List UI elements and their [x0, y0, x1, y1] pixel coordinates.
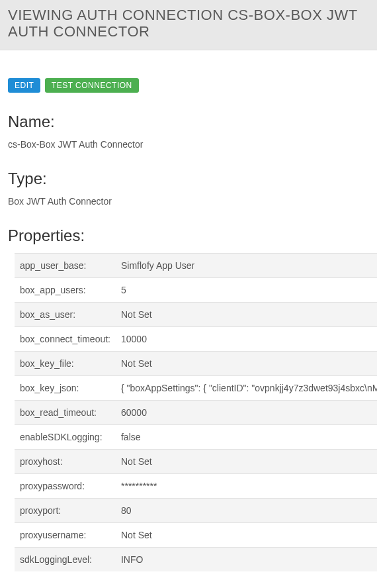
property-key: box_app_users: — [15, 277, 116, 302]
property-value: Simflofy App User — [116, 253, 377, 277]
header-bar: VIEWING AUTH CONNECTION CS-BOX-BOX JWT A… — [0, 0, 377, 50]
property-value: 10000 — [116, 326, 377, 351]
table-row: sdkLoggingLevel: INFO — [15, 547, 377, 571]
table-row: proxyport: 80 — [15, 498, 377, 522]
properties-table: app_user_base: Simflofy App User box_app… — [15, 253, 377, 571]
property-value: false — [116, 424, 377, 449]
property-value: 80 — [116, 498, 377, 522]
property-value: 60000 — [116, 400, 377, 424]
property-value: Not Set — [116, 449, 377, 473]
property-key: proxyport: — [15, 498, 116, 522]
property-key: proxypassword: — [15, 473, 116, 498]
table-row: proxyusername: Not Set — [15, 522, 377, 547]
page-title: VIEWING AUTH CONNECTION CS-BOX-BOX JWT A… — [8, 7, 369, 40]
property-key: sdkLoggingLevel: — [15, 547, 116, 571]
table-row: box_key_json: { "boxAppSettings": { "cli… — [15, 375, 377, 400]
content-area: EDIT TEST CONNECTION Name: cs-Box-Box JW… — [0, 50, 377, 579]
property-value: Not Set — [116, 522, 377, 547]
name-heading: Name: — [8, 113, 369, 131]
name-value: cs-Box-Box JWT Auth Connector — [8, 139, 369, 150]
table-row: box_as_user: Not Set — [15, 302, 377, 326]
property-key: box_connect_timeout: — [15, 326, 116, 351]
property-value: INFO — [116, 547, 377, 571]
property-key: enableSDKLogging: — [15, 424, 116, 449]
table-row: proxyhost: Not Set — [15, 449, 377, 473]
table-row: enableSDKLogging: false — [15, 424, 377, 449]
property-value: Not Set — [116, 351, 377, 375]
table-row: proxypassword: ********** — [15, 473, 377, 498]
property-key: box_as_user: — [15, 302, 116, 326]
property-key: box_key_file: — [15, 351, 116, 375]
table-row: box_read_timeout: 60000 — [15, 400, 377, 424]
action-buttons: EDIT TEST CONNECTION — [8, 78, 369, 93]
property-value: Not Set — [116, 302, 377, 326]
property-value: ********** — [116, 473, 377, 498]
table-row: app_user_base: Simflofy App User — [15, 253, 377, 277]
test-connection-button[interactable]: TEST CONNECTION — [45, 78, 139, 93]
table-row: box_app_users: 5 — [15, 277, 377, 302]
type-value: Box JWT Auth Connector — [8, 196, 369, 207]
edit-button[interactable]: EDIT — [8, 78, 40, 93]
type-heading: Type: — [8, 170, 369, 188]
property-key: proxyusername: — [15, 522, 116, 547]
property-key: proxyhost: — [15, 449, 116, 473]
property-value: { "boxAppSettings": { "clientID": "ovpnk… — [116, 375, 377, 400]
property-key: box_read_timeout: — [15, 400, 116, 424]
property-key: box_key_json: — [15, 375, 116, 400]
properties-heading: Properties: — [8, 226, 369, 245]
property-value: 5 — [116, 277, 377, 302]
table-row: box_connect_timeout: 10000 — [15, 326, 377, 351]
table-row: box_key_file: Not Set — [15, 351, 377, 375]
property-key: app_user_base: — [15, 253, 116, 277]
